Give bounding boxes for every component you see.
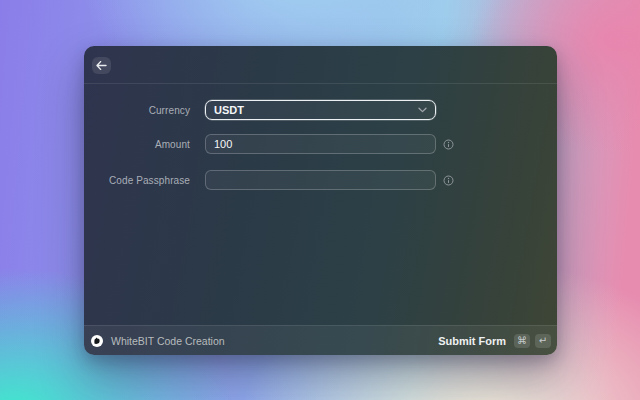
info-icon[interactable]	[443, 175, 454, 186]
code-passphrase-input[interactable]	[205, 170, 436, 190]
whitebit-code-creation-window: Currency USDT Amount Code Passphr	[84, 46, 557, 355]
amount-label: Amount	[84, 139, 190, 150]
currency-selected-value: USDT	[214, 104, 244, 116]
window-footer: WhiteBIT Code Creation Submit Form ⌘ ↵	[84, 325, 557, 355]
code-passphrase-label: Code Passphrase	[84, 175, 190, 186]
command-key-icon: ⌘	[514, 334, 530, 348]
app-name: WhiteBIT Code Creation	[111, 335, 225, 347]
chevron-down-icon	[418, 107, 427, 113]
currency-dropdown[interactable]: USDT	[205, 100, 436, 120]
form-row-code-passphrase: Code Passphrase	[84, 170, 557, 190]
whitebit-logo-icon	[91, 335, 103, 347]
form-area: Currency USDT Amount Code Passphr	[84, 84, 557, 325]
desktop-background: Currency USDT Amount Code Passphr	[0, 0, 640, 400]
submit-form-action[interactable]: Submit Form ⌘ ↵	[438, 334, 551, 348]
info-icon[interactable]	[443, 139, 454, 150]
back-button[interactable]	[92, 57, 111, 74]
arrow-left-icon	[96, 58, 107, 73]
return-key-icon: ↵	[535, 334, 551, 348]
window-header	[84, 46, 557, 84]
amount-input[interactable]	[205, 134, 436, 154]
form-row-currency: Currency USDT	[84, 100, 557, 120]
currency-label: Currency	[84, 105, 190, 116]
form-row-amount: Amount	[84, 134, 557, 154]
submit-form-label: Submit Form	[438, 335, 506, 347]
